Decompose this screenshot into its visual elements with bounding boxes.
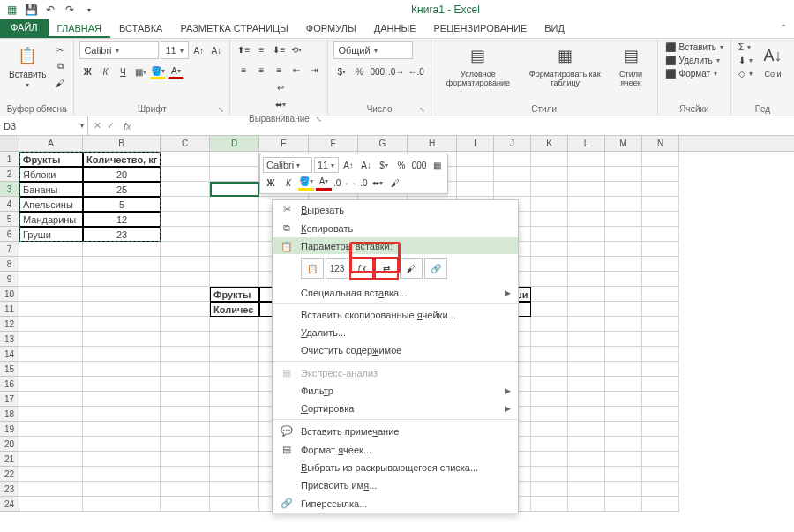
row-header[interactable]: 14 <box>0 347 19 362</box>
number-format-select[interactable]: Общий▾ <box>333 41 413 59</box>
row-header[interactable]: 18 <box>0 407 19 422</box>
cell[interactable] <box>568 407 605 422</box>
cell[interactable] <box>531 467 568 482</box>
cell[interactable] <box>83 377 161 392</box>
cell[interactable] <box>457 182 494 197</box>
cell[interactable] <box>161 422 210 437</box>
mini-dec-decimal-icon[interactable]: ←.0 <box>351 175 367 191</box>
font-color-button[interactable]: A▾ <box>168 64 184 79</box>
cell[interactable] <box>161 182 210 197</box>
col-header[interactable]: A <box>19 136 83 151</box>
cell[interactable] <box>605 497 642 512</box>
font-size-select[interactable]: 11▾ <box>161 41 189 59</box>
cell[interactable] <box>19 332 83 347</box>
tab-view[interactable]: ВИД <box>536 19 573 38</box>
cell[interactable] <box>605 287 642 302</box>
cell[interactable] <box>568 332 605 347</box>
cell[interactable] <box>83 347 161 362</box>
cell[interactable] <box>642 422 679 437</box>
mini-comma-icon[interactable]: 000 <box>411 157 427 173</box>
font-name-select[interactable]: Calibri▾ <box>79 41 159 59</box>
currency-icon[interactable]: $▾ <box>333 64 349 79</box>
cell[interactable] <box>19 347 83 362</box>
cell[interactable] <box>83 272 161 287</box>
mini-border-icon[interactable]: ▦ <box>429 157 445 173</box>
col-header[interactable]: H <box>408 136 457 151</box>
copy-icon[interactable]: ⧉ <box>52 58 68 74</box>
cell[interactable] <box>19 392 83 407</box>
row-header[interactable]: 22 <box>0 467 19 482</box>
mini-percent-icon[interactable]: % <box>393 157 409 173</box>
mini-decrease-font-icon[interactable]: A↓ <box>358 157 374 173</box>
cell[interactable] <box>568 467 605 482</box>
cell[interactable] <box>83 287 161 302</box>
orientation-icon[interactable]: ⟲▾ <box>288 41 304 57</box>
row-header[interactable]: 5 <box>0 212 19 227</box>
cell[interactable] <box>494 152 531 167</box>
cell[interactable] <box>83 422 161 437</box>
cell[interactable] <box>568 482 605 497</box>
mini-increase-font-icon[interactable]: A↑ <box>341 157 356 173</box>
row-header[interactable]: 13 <box>0 332 19 347</box>
italic-button[interactable]: К <box>97 64 113 79</box>
cell[interactable] <box>642 167 679 182</box>
cell[interactable] <box>531 302 568 317</box>
cell[interactable] <box>531 347 568 362</box>
cell[interactable] <box>161 467 210 482</box>
cell[interactable] <box>642 362 679 377</box>
cell[interactable] <box>642 377 679 392</box>
cell[interactable] <box>161 317 210 332</box>
sort-filter-button[interactable]: A↓Со и <box>757 41 789 80</box>
cell[interactable] <box>605 392 642 407</box>
cell[interactable] <box>210 272 259 287</box>
row-header[interactable]: 3 <box>0 182 19 197</box>
cell[interactable] <box>568 422 605 437</box>
cell[interactable] <box>457 152 494 167</box>
cell[interactable] <box>605 317 642 332</box>
file-tab[interactable]: ФАЙЛ <box>0 19 49 38</box>
cell[interactable] <box>531 182 568 197</box>
cell[interactable] <box>210 452 259 467</box>
cell[interactable]: Мандарины <box>19 212 83 227</box>
cell[interactable]: 23 <box>83 227 161 242</box>
cell[interactable] <box>19 422 83 437</box>
cell[interactable] <box>531 482 568 497</box>
cell[interactable] <box>568 182 605 197</box>
cell[interactable] <box>568 257 605 272</box>
cell[interactable] <box>83 482 161 497</box>
cell[interactable] <box>210 377 259 392</box>
ctx-define-name[interactable]: Присвоить имя... <box>273 476 518 494</box>
cell[interactable] <box>210 467 259 482</box>
cell[interactable] <box>605 182 642 197</box>
cell[interactable] <box>161 257 210 272</box>
align-left-icon[interactable]: ≡ <box>236 62 251 78</box>
align-bottom-icon[interactable]: ⬇≡ <box>271 41 287 57</box>
cell[interactable] <box>605 272 642 287</box>
cell-styles-button[interactable]: ▤Стили ячеек <box>610 41 651 89</box>
cell[interactable] <box>531 212 568 227</box>
cell[interactable] <box>161 152 210 167</box>
mini-currency-icon[interactable]: $▾ <box>376 157 392 173</box>
bold-button[interactable]: Ж <box>79 64 95 79</box>
cell[interactable] <box>568 212 605 227</box>
cell[interactable] <box>210 347 259 362</box>
cell[interactable]: Яблоки <box>19 167 83 182</box>
ctx-sort[interactable]: Сортировка▶ <box>273 400 518 417</box>
cell[interactable] <box>568 152 605 167</box>
row-header[interactable]: 12 <box>0 317 19 332</box>
cell[interactable] <box>531 287 568 302</box>
col-header[interactable]: G <box>358 136 408 151</box>
cell[interactable] <box>531 392 568 407</box>
ctx-pick-from-list[interactable]: Выбрать из раскрывающегося списка... <box>273 459 518 476</box>
format-cells-button[interactable]: ⬛Формат▾ <box>663 68 725 79</box>
row-header[interactable]: 11 <box>0 302 19 317</box>
ctx-filter[interactable]: Фильтр▶ <box>273 382 518 400</box>
row-header[interactable]: 7 <box>0 242 19 257</box>
cell[interactable] <box>568 497 605 512</box>
cell[interactable] <box>83 392 161 407</box>
cell[interactable] <box>605 257 642 272</box>
cell[interactable] <box>642 287 679 302</box>
row-header[interactable]: 16 <box>0 377 19 392</box>
cell[interactable] <box>642 407 679 422</box>
cell[interactable] <box>568 287 605 302</box>
